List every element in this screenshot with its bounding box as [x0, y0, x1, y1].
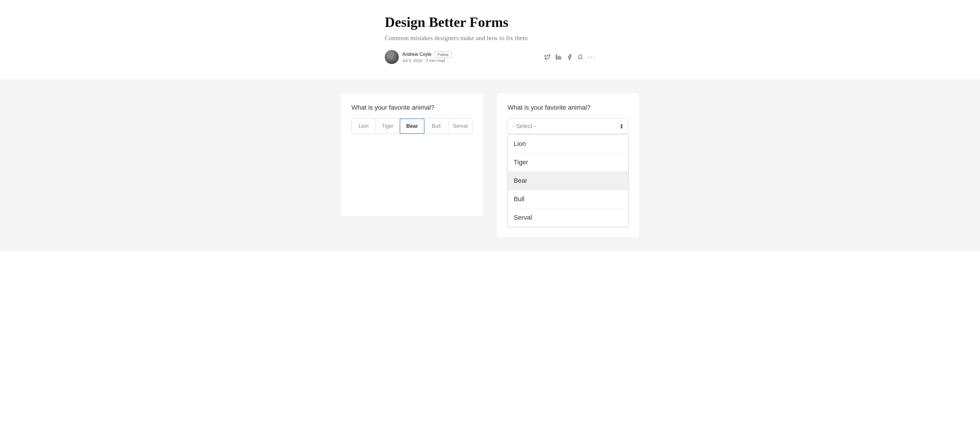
svg-rect-0	[556, 56, 557, 59]
facebook-icon[interactable]	[566, 54, 573, 60]
right-card: What is your favorite animal? - Select -…	[497, 93, 639, 237]
bookmark-icon[interactable]	[578, 54, 583, 60]
right-card-question: What is your favorite animal?	[508, 104, 628, 111]
dropdown-item-lion[interactable]: Lion	[508, 135, 628, 153]
segment-group: Lion Tiger Bear Bull Serval	[352, 118, 473, 134]
avatar	[385, 50, 399, 64]
svg-point-1	[556, 55, 557, 56]
article-title: Design Better Forms	[385, 14, 595, 30]
segment-lion[interactable]: Lion	[352, 119, 376, 134]
dropdown-arrow-icon: ▲▼	[619, 123, 624, 129]
segment-serval[interactable]: Serval	[449, 119, 472, 134]
follow-button[interactable]: Follow	[434, 51, 452, 57]
segment-tiger[interactable]: Tiger	[376, 119, 400, 134]
social-icons: ···	[544, 53, 595, 61]
dropdown-trigger[interactable]: - Select - ▲▼	[508, 118, 628, 134]
dropdown-container: - Select - ▲▼ Lion Tiger Bear Bull Serva…	[508, 118, 628, 227]
dropdown-item-bull[interactable]: Bull	[508, 190, 628, 209]
dropdown-item-tiger[interactable]: Tiger	[508, 153, 628, 172]
dropdown-item-bear[interactable]: Bear	[508, 172, 628, 190]
twitter-icon[interactable]	[544, 54, 550, 60]
dropdown-placeholder: - Select -	[512, 123, 536, 129]
article-subtitle: Common mistakes designers make and how t…	[385, 34, 595, 42]
author-name: Andrew Coyle	[402, 52, 431, 57]
more-icon[interactable]: ···	[588, 53, 595, 61]
article-meta: Jul 5, 2016 · 3 min read	[402, 58, 452, 63]
linkedin-icon[interactable]	[555, 54, 562, 60]
dropdown-list: Lion Tiger Bear Bull Serval	[508, 135, 628, 227]
left-card: What is your favorite animal? Lion Tiger…	[341, 93, 483, 216]
demo-section: What is your favorite animal? Lion Tiger…	[0, 79, 980, 252]
left-card-question: What is your favorite animal?	[352, 104, 473, 111]
dropdown-item-serval[interactable]: Serval	[508, 209, 628, 227]
segment-bull[interactable]: Bull	[424, 119, 448, 134]
segment-bear[interactable]: Bear	[400, 118, 425, 134]
